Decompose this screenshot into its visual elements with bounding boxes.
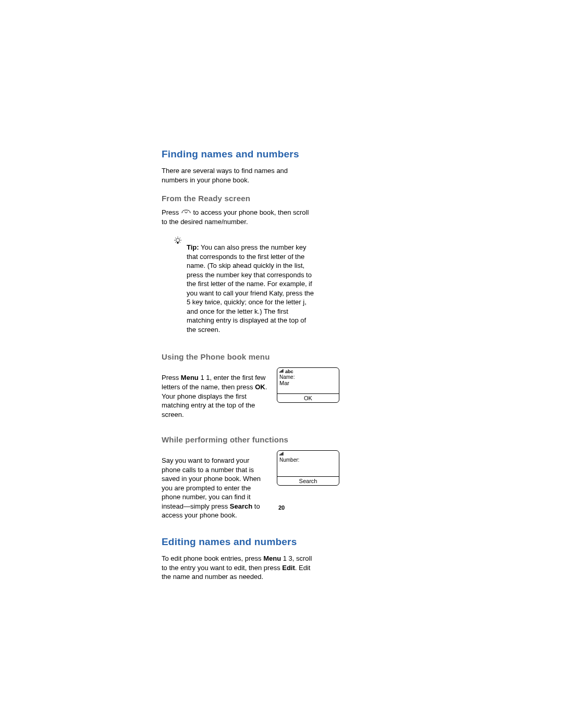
svg-rect-8 [177, 242, 179, 243]
subheading-ready-screen: From the Ready screen [162, 194, 386, 203]
section-heading-finding: Finding names and numbers [162, 149, 386, 160]
svg-line-7 [180, 242, 181, 243]
svg-rect-11 [282, 370, 283, 373]
screen-softkey-ok: OK [277, 395, 339, 401]
section-heading-editing: Editing names and numbers [162, 536, 386, 548]
tip-block: Tip: You can also press the number key t… [173, 236, 314, 341]
content-area: Finding names and numbers There are seve… [162, 149, 386, 591]
tip-label: Tip: [187, 243, 199, 251]
signal-icon [279, 369, 284, 374]
row-other-functions: Say you want to forward your phone calls… [162, 449, 386, 527]
screen-value-name: Mar [277, 380, 339, 386]
lightbulb-icon [173, 236, 182, 245]
svg-rect-13 [279, 454, 280, 455]
screen-divider [277, 476, 339, 477]
screen-softkey-search: Search [277, 478, 339, 484]
input-mode: abc [285, 369, 293, 374]
bold-menu: Menu [263, 554, 281, 562]
svg-rect-10 [280, 371, 282, 373]
screen-divider [277, 393, 339, 394]
svg-rect-12 [283, 369, 284, 373]
text-fragment: To edit phone book entries, press [162, 554, 263, 562]
bold-edit: Edit [282, 564, 295, 572]
subbody-ready-screen: Press to access your phone book, then sc… [162, 208, 313, 227]
signal-icon [279, 452, 284, 457]
bold-ok: OK [255, 383, 265, 391]
page-number: 20 [0, 504, 563, 511]
svg-rect-15 [282, 453, 283, 455]
section-body-editing: To edit phone book entries, press Menu 1… [162, 554, 313, 582]
phone-screen-statusbar [277, 451, 339, 457]
tip-body: You can also press the number key that c… [187, 243, 314, 334]
svg-line-4 [175, 238, 176, 239]
screen-label-name: Name: [277, 374, 339, 380]
document-page: Finding names and numbers There are seve… [0, 0, 563, 728]
phone-screen-number: Number: Search [277, 450, 339, 486]
text-fragment: Press [162, 374, 181, 381]
navigation-key-icon [181, 208, 191, 218]
subheading-phonebook-menu: Using the Phone book menu [162, 352, 386, 361]
phone-screen-statusbar: abc [277, 368, 339, 374]
section-intro-finding: There are several ways to find names and… [162, 166, 313, 184]
text-fragment: Press [162, 208, 181, 216]
subheading-other-functions: While performing other functions [162, 435, 386, 444]
text-phonebook: Press Menu 1 1, enter the first few lett… [162, 373, 268, 419]
svg-point-0 [176, 238, 180, 242]
svg-line-5 [180, 238, 181, 239]
phone-screen-name: abc Name: Mar OK [277, 367, 339, 403]
bold-menu: Menu [181, 374, 199, 381]
svg-rect-9 [279, 372, 280, 373]
svg-rect-16 [283, 452, 284, 456]
svg-rect-14 [280, 454, 282, 456]
tip-text: Tip: You can also press the number key t… [187, 243, 314, 334]
svg-line-6 [175, 242, 176, 243]
row-phonebook: Press Menu 1 1, enter the first few lett… [162, 366, 386, 426]
screen-label-number: Number: [277, 457, 339, 463]
